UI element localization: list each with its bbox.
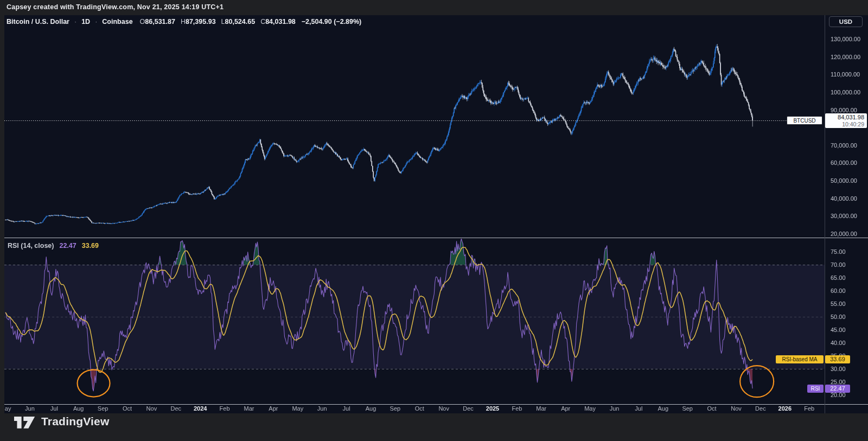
currency-button[interactable]: USD: [829, 16, 863, 27]
time-axis-month-label: Sep: [98, 405, 108, 412]
time-axis-month-label: Jun: [610, 405, 620, 412]
time-axis-month-label: Sep: [682, 405, 693, 412]
pane-separator[interactable]: [4, 238, 868, 238]
rsi-axis-tick: 30.00: [831, 366, 846, 372]
time-axis-month-label: Oct: [123, 405, 132, 412]
price-axis-tick: 130,000.00: [831, 36, 860, 42]
rsi-info-row: RSI (14, close) 22.47 33.69: [8, 242, 99, 250]
last-price-symbol-flag: BTCUSD: [787, 116, 822, 125]
time-axis-month-label: Dec: [755, 405, 766, 412]
time-axis-month-label: Jun: [317, 405, 327, 412]
rsi-ma-axis-value: 33.69: [825, 355, 850, 363]
ohlc-values: O86,531.87H87,395.93L80,524.65C84,031.98: [140, 18, 296, 25]
price-axis-tick: 20,000.00: [831, 231, 857, 237]
symbol-info-row: Bitcoin / U.S. Dollar · 1D · Coinbase O8…: [7, 18, 361, 25]
time-axis-month-label: Aug: [658, 405, 669, 412]
time-axis-month-label: Mar: [244, 405, 254, 412]
time-axis-year-label: 2024: [194, 405, 207, 412]
rsi-axis-tick: 40.00: [831, 340, 846, 346]
attribution-text: Capsey created with TradingView.com, Nov…: [7, 3, 224, 11]
last-price-value: 84,031.98: [838, 114, 864, 121]
symbol-name[interactable]: Bitcoin / U.S. Dollar: [7, 18, 69, 25]
time-axis-month-label: Jun: [25, 405, 35, 412]
chart-canvas[interactable]: [0, 0, 868, 441]
time-axis-month-label: Apr: [269, 405, 278, 412]
tradingview-logo-text: TradingView: [41, 415, 110, 428]
price-axis-tick: 110,000.00: [831, 71, 860, 78]
rsi-axis-tick: 65.00: [831, 274, 846, 281]
time-axis-month-label: Jul: [635, 405, 642, 412]
rsi-ma-value: 33.69: [82, 242, 99, 250]
time-axis-month-label: Feb: [804, 405, 814, 412]
time-axis-month-label: Dec: [171, 405, 182, 412]
exchange-label[interactable]: Coinbase: [102, 18, 132, 25]
time-axis-month-label: May: [292, 405, 303, 412]
time-axis-month-label: Feb: [220, 405, 230, 412]
rsi-axis-tick: 20.00: [831, 392, 846, 398]
ohlc-item: O86,531.87: [140, 18, 175, 25]
time-axis-month-label: Sep: [390, 405, 401, 412]
rsi-axis-tick: 70.00: [831, 261, 846, 268]
time-axis-month-label: Aug: [73, 405, 84, 412]
last-price-badge: 84,031.98 10:40:29: [825, 113, 867, 128]
rsi-axis-label: RSI: [807, 385, 824, 393]
ohlc-item: C84,031.98: [260, 18, 296, 25]
price-axis-tick: 30,000.00: [831, 213, 857, 219]
time-axis-month-label: Jul: [50, 405, 58, 412]
price-axis-tick: 90,000.00: [831, 107, 857, 113]
ohlc-item: H87,395.93: [181, 18, 216, 25]
ohlc-item: L80,524.65: [221, 18, 256, 25]
price-axis-tick: 100,000.00: [831, 89, 860, 95]
rsi-axis-tick: 55.00: [831, 301, 846, 307]
rsi-indicator-title[interactable]: RSI (14, close): [8, 242, 54, 250]
separator-dot: ·: [74, 18, 76, 25]
time-axis-month-label: Nov: [731, 405, 742, 412]
time-axis-month-label: Jul: [343, 405, 350, 412]
rsi-axis-tick: 50.00: [831, 314, 846, 320]
time-axis-month-label: May: [4, 405, 11, 412]
rsi-value: 22.47: [59, 242, 76, 250]
rsi-axis-tick: 75.00: [831, 248, 846, 255]
rsi-ma-axis-label: RSI-based MA: [776, 355, 824, 363]
tradingview-footer: TradingView: [14, 414, 110, 429]
time-axis-month-label: Oct: [415, 405, 424, 412]
bar-countdown: 10:40:29: [842, 121, 864, 127]
time-axis-month-label: Apr: [561, 405, 570, 412]
time-axis-month-label: Mar: [536, 405, 546, 412]
time-axis-month-label: Dec: [463, 405, 474, 412]
rsi-axis-tick: 60.00: [831, 287, 846, 294]
time-axis-year-label: 2025: [486, 405, 499, 412]
time-axis-month-label: Feb: [512, 405, 522, 412]
time-axis[interactable]: MayJunJulAugSepOctNovDec2024FebMarAprMay…: [4, 405, 825, 413]
price-axis-tick: 120,000.00: [831, 54, 860, 60]
rsi-axis[interactable]: 20.0025.0030.0035.0040.0045.0050.0055.00…: [825, 239, 868, 404]
rsi-axis-tick: 45.00: [831, 327, 846, 333]
time-axis-month-label: Nov: [438, 405, 449, 412]
price-axis-tick: 60,000.00: [831, 159, 857, 166]
rsi-axis-value: 22.47: [825, 385, 850, 393]
tradingview-snapshot: Capsey created with TradingView.com, Nov…: [0, 0, 868, 441]
price-axis-tick: 50,000.00: [831, 177, 857, 184]
tradingview-logo-icon: [14, 414, 36, 429]
time-axis-month-label: May: [584, 405, 596, 412]
time-axis-month-label: Nov: [146, 405, 157, 412]
price-axis-tick: 70,000.00: [831, 142, 857, 149]
price-axis-tick: 40,000.00: [831, 195, 857, 202]
interval-label[interactable]: 1D: [81, 18, 90, 25]
separator-dot: ·: [95, 18, 97, 25]
time-axis-month-label: Oct: [707, 405, 717, 412]
time-axis-month-label: Aug: [366, 405, 376, 412]
change-value: −2,504.90 (−2.89%): [302, 18, 362, 25]
time-axis-year-label: 2026: [778, 405, 792, 412]
